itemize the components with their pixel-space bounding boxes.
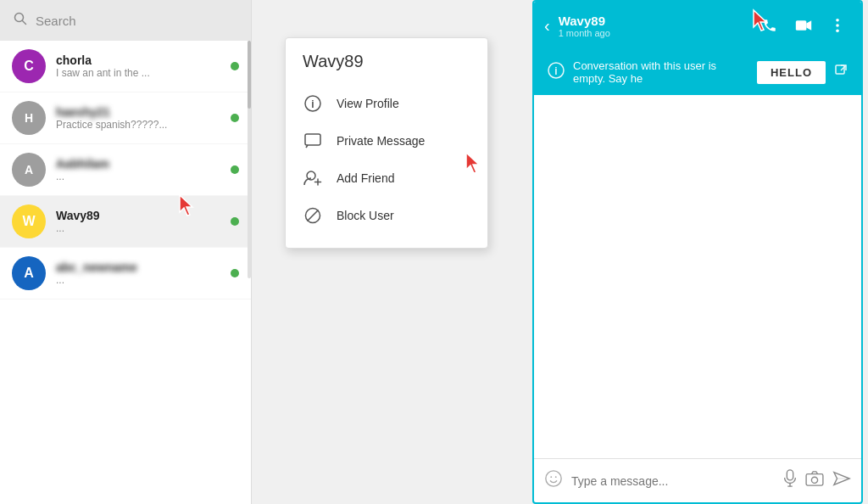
contact-name-abc_newname: abc_newname [56, 260, 220, 274]
search-icon [14, 12, 27, 29]
chat-status: 1 month ago [559, 28, 748, 38]
contact-info-chorla: chorlaI saw an ant in the ... [56, 53, 220, 79]
contact-item-aabhilam[interactable]: AAabhilam... [0, 144, 251, 196]
svg-rect-4 [305, 134, 320, 145]
scrollbar-track[interactable] [248, 41, 251, 278]
chat-username: Wavy89 [559, 14, 748, 28]
svg-marker-12 [806, 20, 811, 31]
contact-item-wavy89[interactable]: WWavy89... [0, 196, 251, 248]
context-menu: Wavy89 i View Profile Private Message [285, 37, 488, 249]
svg-rect-11 [796, 20, 807, 31]
add-friend-icon [303, 168, 323, 188]
avatar-haeshy21: H [12, 101, 46, 135]
call-button[interactable] [756, 12, 783, 39]
contact-item-haeshy21[interactable]: Hhaeshy21Practice spanish?????... [0, 92, 251, 144]
contact-info-wavy89: Wavy89... [56, 209, 220, 234]
contact-name-aabhilam: Aabhilam [56, 157, 220, 171]
search-label: Search [36, 14, 76, 28]
svg-point-22 [555, 476, 557, 478]
video-button[interactable] [790, 12, 817, 39]
menu-label-view-profile: View Profile [337, 97, 399, 110]
microphone-button[interactable] [783, 469, 797, 492]
contact-preview-haeshy21: Practice spanish?????... [56, 119, 220, 131]
menu-label-private-message: Private Message [337, 134, 425, 148]
menu-label-block-user: Block User [337, 209, 394, 222]
avatar-aabhilam: A [12, 153, 46, 187]
menu-label-add-friend: Add Friend [337, 171, 394, 185]
svg-point-14 [836, 24, 839, 27]
info-icon: i [303, 93, 323, 114]
contact-item-chorla[interactable]: CchorlaI saw an ant in the ... [0, 41, 251, 92]
info-notice-icon: i [548, 62, 565, 83]
svg-point-15 [836, 30, 839, 33]
online-indicator-wavy89 [231, 217, 239, 226]
camera-button[interactable] [805, 471, 824, 490]
context-menu-title: Wavy89 [286, 52, 487, 85]
chat-user-info: Wavy89 1 month ago [559, 14, 748, 38]
menu-item-add-friend[interactable]: Add Friend [286, 160, 487, 197]
chat-body [534, 95, 861, 458]
search-bar[interactable]: Search [0, 0, 251, 41]
contact-info-abc_newname: abc_newname... [56, 260, 220, 286]
svg-line-10 [308, 210, 319, 221]
avatar-wavy89: W [12, 204, 46, 238]
hello-button[interactable]: HELLO [757, 61, 826, 84]
contact-name-wavy89: Wavy89 [56, 209, 220, 222]
send-button[interactable] [832, 470, 851, 491]
svg-point-21 [550, 476, 552, 478]
scrollbar-thumb[interactable] [248, 41, 251, 109]
chat-footer [534, 458, 861, 502]
contact-preview-abc_newname: ... [56, 274, 220, 286]
online-indicator-abc_newname [231, 269, 239, 277]
svg-point-13 [836, 19, 839, 22]
menu-item-block-user[interactable]: Block User [286, 197, 487, 234]
svg-line-1 [23, 21, 26, 25]
online-indicator-chorla [231, 62, 239, 70]
contact-name-haeshy21: haeshy21 [56, 105, 220, 119]
block-icon [303, 205, 323, 226]
chat-empty-notice: i Conversation with this user is empty. … [534, 49, 861, 95]
svg-point-20 [546, 470, 561, 485]
contacts-panel: Search CchorlaI saw an ant in the ...Hha… [0, 0, 252, 504]
menu-item-private-message[interactable]: Private Message [286, 122, 487, 160]
more-options-button[interactable] [824, 12, 851, 39]
message-icon [303, 131, 323, 151]
contact-info-haeshy21: haeshy21Practice spanish?????... [56, 105, 220, 131]
svg-rect-23 [787, 470, 793, 480]
emoji-button[interactable] [544, 469, 563, 493]
contact-name-chorla: chorla [56, 53, 220, 67]
contact-preview-wavy89: ... [56, 222, 220, 234]
contact-item-abc_newname[interactable]: Aabc_newname... [0, 248, 251, 300]
online-indicator-aabhilam [231, 165, 239, 174]
menu-item-view-profile[interactable]: i View Profile [286, 85, 487, 122]
back-button[interactable]: ‹ [544, 16, 550, 36]
chat-panel: ‹ Wavy89 1 month ago [532, 0, 863, 504]
svg-rect-18 [836, 65, 844, 74]
svg-line-19 [841, 65, 846, 70]
chat-header: ‹ Wavy89 1 month ago [534, 2, 861, 49]
contact-preview-chorla: I saw an ant in the ... [56, 67, 220, 79]
contact-info-aabhilam: Aabhilam... [56, 157, 220, 182]
contact-list: CchorlaI saw an ant in the ...Hhaeshy21P… [0, 41, 251, 300]
svg-text:i: i [554, 65, 557, 77]
online-indicator-haeshy21 [231, 114, 239, 122]
svg-point-27 [811, 477, 817, 483]
avatar-chorla: C [12, 49, 46, 83]
external-link-icon[interactable] [834, 64, 848, 81]
contact-preview-aabhilam: ... [56, 171, 220, 182]
avatar-abc_newname: A [12, 256, 46, 290]
notice-text: Conversation with this user is empty. Sa… [573, 59, 748, 85]
message-input[interactable] [571, 474, 775, 488]
svg-text:i: i [311, 98, 314, 110]
chat-actions [756, 12, 851, 39]
